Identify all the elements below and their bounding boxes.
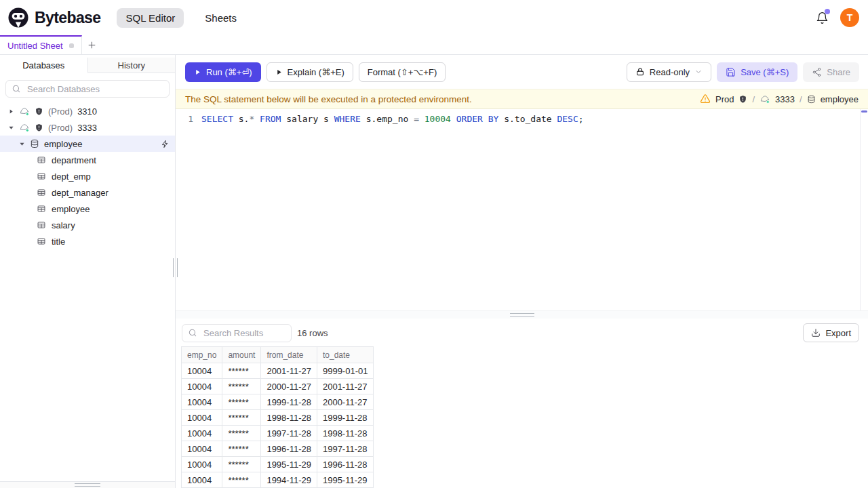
results-row[interactable]: 10004******1994-11-291995-11-29 [182,472,374,488]
results-cell[interactable]: 1997-11-28 [261,426,317,441]
sql-editor-surface[interactable]: 1 SELECT s.* FROM salary s WHERE s.emp_n… [176,109,868,310]
nav-sql-editor[interactable]: SQL Editor [117,8,184,28]
results-row[interactable]: 10004******1998-11-281999-11-28 [182,410,374,426]
table-name: employee [52,204,90,214]
tab-databases[interactable]: Databases [0,58,88,73]
results-row[interactable]: 10004******1996-11-281997-11-28 [182,441,374,457]
tree-item-table[interactable]: department [0,152,175,168]
export-button[interactable]: Export [803,323,859,342]
avatar[interactable]: T [840,8,859,27]
tree-item-table[interactable]: dept_emp [0,168,175,184]
tree-item-database-employee[interactable]: employee [0,136,175,152]
database-search-box [5,80,170,98]
results-cell[interactable]: ****** [222,457,261,472]
results-cell[interactable]: 1997-11-28 [317,441,374,457]
results-row[interactable]: 10004******1995-11-291996-11-28 [182,457,374,472]
results-cell[interactable]: ****** [222,379,261,394]
results-cell[interactable]: 10004 [182,363,222,379]
tree-item-instance-3310[interactable]: (Prod) 3310 [0,103,175,119]
results-cell[interactable]: 1998-11-28 [261,410,317,426]
sidebar-resize-handle[interactable] [173,258,178,277]
tree-item-table[interactable]: salary [0,217,175,233]
editor-scrollbar-gutter[interactable] [860,109,868,310]
horizontal-scroll-grip[interactable] [75,483,100,487]
results-column-header[interactable]: to_date [317,347,374,363]
results-cell[interactable]: 2000-11-27 [261,379,317,394]
results-cell[interactable]: 1999-11-28 [317,410,374,426]
results-column-header[interactable]: amount [222,347,261,363]
results-cell[interactable]: 10004 [182,457,222,472]
database-icon [807,95,816,104]
results-cell[interactable]: ****** [222,394,261,410]
chevron-down-icon [694,68,703,76]
table-icon [37,155,46,165]
notifications-button[interactable] [814,10,829,25]
save-button[interactable]: Save (⌘+S) [717,62,797,82]
results-cell[interactable]: 10004 [182,379,222,394]
search-databases-input[interactable] [26,83,163,95]
table-name: dept_emp [52,171,91,182]
sidebar-tabs: Databases History [0,58,175,73]
results-cell[interactable]: 2001-11-27 [261,363,317,379]
results-cell[interactable]: 1995-11-29 [261,457,317,472]
results-cell[interactable]: ****** [222,441,261,457]
results-cell[interactable]: 1996-11-28 [261,441,317,457]
results-cell[interactable]: 1994-11-29 [261,472,317,488]
results-cell[interactable]: 10004 [182,410,222,426]
top-right: T [814,8,859,27]
explain-button[interactable]: Explain (⌘+E) [267,62,353,82]
results-cell[interactable]: 2001-11-27 [317,379,374,394]
splitter-grip[interactable] [510,313,534,317]
results-column-header[interactable]: emp_no [182,347,222,363]
brand-name: Bytebase [35,9,100,27]
share-button[interactable]: Share [803,62,859,82]
new-sheet-button[interactable] [82,35,102,54]
results-cell[interactable]: ****** [222,426,261,441]
results-cell[interactable]: 1998-11-28 [317,426,374,441]
download-icon [811,328,821,338]
format-button[interactable]: Format (⇧+⌥+F) [359,62,446,82]
run-button[interactable]: Run (⌘+⏎) [185,62,261,82]
results-cell[interactable]: ****** [222,472,261,488]
bytebase-logo-icon [8,7,28,28]
nav-sheets[interactable]: Sheets [196,8,245,28]
results-cell[interactable]: 10004 [182,394,222,410]
breadcrumb-separator: / [752,94,755,104]
mysql-icon [760,94,770,104]
tree-item-table[interactable]: dept_manager [0,184,175,201]
results-cell[interactable]: 2000-11-27 [317,394,374,410]
database-icon [30,139,39,148]
results-splitter[interactable] [176,310,868,319]
table-icon [37,220,46,230]
sql-code: SELECT s.* FROM salary s WHERE s.emp_no … [201,113,584,126]
results-cell[interactable]: 10004 [182,426,222,441]
results-cell[interactable]: ****** [222,363,261,379]
results-cell[interactable]: 1999-11-28 [261,394,317,410]
tab-untitled-sheet[interactable]: Untitled Sheet [0,35,82,54]
results-column-header[interactable]: from_date [261,347,317,363]
warning-icon [700,94,711,104]
results-cell[interactable]: 10004 [182,472,222,488]
results-cell[interactable]: 9999-01-01 [317,363,374,379]
tree-item-table[interactable]: title [0,233,175,249]
results-row[interactable]: 10004******1997-11-281998-11-28 [182,426,374,441]
sheet-tab-bar: Untitled Sheet [0,35,868,55]
table-icon [37,237,46,246]
results-row[interactable]: 10004******1999-11-282000-11-27 [182,394,374,410]
tab-history[interactable]: History [88,58,176,73]
results-cell[interactable]: 1996-11-28 [317,457,374,472]
results-cell[interactable]: ****** [222,410,261,426]
environment-label: (Prod) [48,106,73,117]
results-row[interactable]: 10004******2000-11-272001-11-27 [182,379,374,394]
results-cell[interactable]: 10004 [182,441,222,457]
tree-item-table[interactable]: employee [0,201,175,217]
toolbar-right: Read-only Save (⌘+S) Share [627,62,859,82]
results-cell[interactable]: 1995-11-29 [317,472,374,488]
results-row[interactable]: 10004******2001-11-279999-01-01 [182,363,374,379]
brand[interactable]: Bytebase [8,7,100,28]
readonly-mode-dropdown[interactable]: Read-only [627,62,711,82]
line-number: 1 [176,113,201,126]
banner-message: The SQL statement below will be executed… [185,94,472,104]
tree-item-instance-3333[interactable]: (Prod) 3333 [0,119,175,136]
results-search-box [182,324,292,342]
